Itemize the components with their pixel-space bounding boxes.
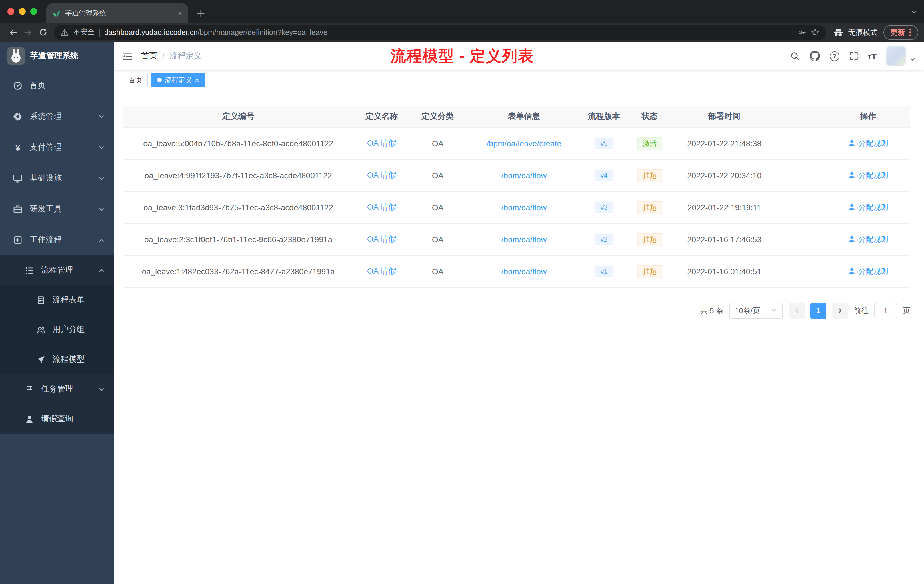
status-badge: 挂起 <box>637 201 662 214</box>
breadcrumb-separator: / <box>162 51 165 61</box>
paper-plane-icon <box>35 355 46 364</box>
sidebar-item-infrastructure[interactable]: 基础设施 <box>0 163 114 194</box>
definition-name-link[interactable]: OA 请假 <box>367 266 396 276</box>
form-link[interactable]: /bpm/oa/flow <box>502 171 547 180</box>
sidebar-item-label: 首页 <box>30 81 105 91</box>
next-page-button[interactable] <box>832 303 848 318</box>
table-row: oa_leave:3:1fad3d93-7b75-11ec-a3c8-acde4… <box>124 191 910 223</box>
chevron-down-icon <box>98 206 105 212</box>
avatar-caret-icon[interactable] <box>910 56 916 62</box>
assign-rule-link[interactable]: 分配规则 <box>848 234 888 244</box>
definition-id-cell: oa_leave:2:3c1f0ef1-76b1-11ec-9c66-a2380… <box>124 223 353 256</box>
reload-button[interactable] <box>35 25 50 40</box>
workflow-submenu: 流程管理 流程表单 用户分组 <box>0 256 114 434</box>
sidebar-fold-icon[interactable] <box>122 52 132 60</box>
tags-view-bar: 首页 流程定义 × <box>114 70 924 90</box>
column-header: 表单信息 <box>465 106 583 127</box>
definition-name-link[interactable]: OA 请假 <box>367 170 396 180</box>
sidebar-item-workflow[interactable]: 工作流程 <box>0 224 114 256</box>
breadcrumb-current: 流程定义 <box>170 51 202 61</box>
forward-button[interactable] <box>21 25 35 40</box>
chevron-up-icon <box>98 267 105 274</box>
help-icon[interactable]: ? <box>830 51 839 61</box>
form-link[interactable]: /bpm/oa/flow <box>502 203 547 212</box>
version-badge: v1 <box>594 266 613 277</box>
url-text[interactable]: dashboard.yudao.iocoder.cn/bpm/manager/d… <box>104 28 327 36</box>
page-content: 定义编号 定义名称 定义分类 表单信息 流程版本 状态 部署时间 操作 <box>114 90 924 584</box>
sidebar-item-leave-query[interactable]: 请假查询 <box>0 404 114 434</box>
close-window-button[interactable] <box>7 8 14 15</box>
tab-search-icon[interactable] <box>911 7 917 18</box>
security-label[interactable]: 不安全 <box>73 27 94 37</box>
new-tab-button[interactable] <box>193 5 209 21</box>
flag-icon <box>24 385 34 393</box>
sidebar-item-label: 任务管理 <box>41 384 91 394</box>
form-link[interactable]: /bpm/oa/flow <box>502 267 547 276</box>
sidebar-item-payment-management[interactable]: ¥ 支付管理 <box>0 132 114 163</box>
sidebar-item-user-group[interactable]: 用户分组 <box>0 315 114 345</box>
column-header: 部署时间 <box>674 106 774 127</box>
minimize-window-button[interactable] <box>19 8 26 15</box>
toolbox-icon <box>13 205 23 214</box>
update-label: 更新 <box>890 27 905 38</box>
address-bar[interactable]: 不安全 dashboard.yudao.iocoder.cn/bpm/manag… <box>54 25 826 40</box>
breadcrumb-home[interactable]: 首页 <box>141 51 157 61</box>
category-cell: OA <box>410 191 465 223</box>
sidebar-item-dev-tools[interactable]: 研发工具 <box>0 194 114 224</box>
version-badge: v3 <box>594 202 613 213</box>
sidebar-item-process-form[interactable]: 流程表单 <box>0 285 114 315</box>
bookmark-star-icon[interactable] <box>811 28 819 36</box>
tab-close-icon[interactable]: × <box>178 9 182 17</box>
document-icon <box>35 296 46 304</box>
goto-page-input[interactable] <box>874 303 897 318</box>
user-avatar[interactable] <box>886 46 906 66</box>
app-title: 芋道管理系统 <box>30 51 78 61</box>
tag-close-icon[interactable]: × <box>195 76 199 84</box>
back-button[interactable] <box>6 25 21 40</box>
tag-process-definition[interactable]: 流程定义 × <box>152 73 205 87</box>
column-header: 定义编号 <box>124 106 353 127</box>
goto-unit: 页 <box>903 305 910 316</box>
incognito-badge: 无痕模式 <box>833 27 878 38</box>
assign-rule-link[interactable]: 分配规则 <box>848 266 888 277</box>
kebab-menu-icon <box>909 28 911 36</box>
sidebar-item-label: 基础设施 <box>30 173 91 183</box>
deploy-time-cell: 2022-01-22 19:19:11 <box>674 191 774 223</box>
page-number-button[interactable]: 1 <box>810 303 826 318</box>
table-row: oa_leave:1:482ec033-762a-11ec-8477-a2380… <box>124 256 910 287</box>
assign-rule-link[interactable]: 分配规则 <box>848 170 888 181</box>
maximize-window-button[interactable] <box>30 8 37 15</box>
sidebar-item-process-management[interactable]: 流程管理 <box>0 256 114 285</box>
prev-page-button[interactable] <box>789 303 805 318</box>
table-row: oa_leave:4:991f2193-7b7f-11ec-a3c8-acde4… <box>124 159 910 191</box>
sidebar-item-label: 研发工具 <box>30 204 91 214</box>
password-key-icon[interactable] <box>798 28 806 36</box>
chrome-update-menu-button[interactable]: 更新 <box>883 25 918 40</box>
definition-name-link[interactable]: OA 请假 <box>367 234 396 243</box>
chevron-up-icon <box>98 237 105 243</box>
assign-rule-link[interactable]: 分配规则 <box>848 138 888 148</box>
search-icon[interactable] <box>790 51 800 61</box>
sidebar-item-task-management[interactable]: 任务管理 <box>0 374 114 404</box>
form-link[interactable]: /bpm/oa/flow <box>502 235 547 244</box>
github-icon[interactable] <box>809 51 820 61</box>
definition-name-link[interactable]: OA 请假 <box>367 138 396 147</box>
browser-tab[interactable]: 芋道管理系统 × <box>46 3 188 23</box>
person-icon <box>848 236 856 243</box>
app-root: 芋道管理系统 首页 系统管理 ¥ 支付管理 <box>0 42 924 584</box>
active-dot <box>157 78 162 82</box>
definition-name-link[interactable]: OA 请假 <box>367 202 396 211</box>
sidebar-item-process-model[interactable]: 流程模型 <box>0 345 114 374</box>
sidebar-item-home[interactable]: 首页 <box>0 70 114 101</box>
fullscreen-icon[interactable] <box>849 51 858 61</box>
sidebar-item-system-management[interactable]: 系统管理 <box>0 101 114 132</box>
assign-rule-link[interactable]: 分配规则 <box>848 202 888 213</box>
form-link[interactable]: /bpm/oa/leave/create <box>487 139 561 148</box>
tag-home[interactable]: 首页 <box>123 73 148 87</box>
page-size-select[interactable]: 10条/页 <box>729 303 783 318</box>
sidebar-item-label: 请假查询 <box>41 414 105 424</box>
browser-toolbar: 不安全 dashboard.yudao.iocoder.cn/bpm/manag… <box>0 23 924 42</box>
browser-window: 芋道管理系统 × 不安全 dashboard.yudao.iocoder.cn/… <box>0 0 924 584</box>
version-badge: v4 <box>594 170 613 181</box>
font-size-icon[interactable]: TT <box>868 52 876 60</box>
